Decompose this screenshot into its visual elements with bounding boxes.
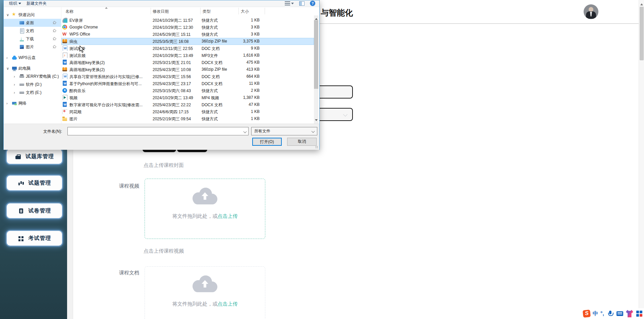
column-header-type[interactable]: 类型	[203, 9, 211, 14]
file-date: 2024/12/11/周三 22:55	[153, 46, 193, 52]
column-separator[interactable]	[200, 8, 201, 14]
file-date: 2025/3/21/周五 21:01	[153, 60, 191, 66]
file-date: 2025/4/23/周三 15:56	[153, 74, 191, 80]
column-separator[interactable]	[265, 8, 265, 14]
file-size: 9 KB	[214, 46, 260, 51]
table-row[interactable]: 视频 2024/10/29/周二 13:49 MP4 视频 1,387 KB	[61, 94, 314, 101]
column-header-name[interactable]: 名称	[65, 9, 73, 14]
tree-item-icon	[19, 44, 24, 50]
file-date: 2024/10/29/周二 13:49	[153, 53, 193, 59]
sidebar-item[interactable]: 考试管理	[7, 231, 62, 246]
tree-expander-icon[interactable]: ›	[14, 82, 19, 86]
filetype-select[interactable]: 所有文件	[251, 127, 317, 135]
tree-item[interactable]: › 文档 (E:)	[4, 88, 61, 97]
tree-item[interactable]: › WPS云盘	[4, 54, 61, 62]
microphone-icon[interactable]	[606, 310, 614, 317]
upload-link[interactable]: 点击上传	[218, 213, 238, 219]
table-row[interactable]: 同花顺 2024/6/6/周四 17:15 快捷方式 1 KB	[61, 108, 314, 115]
file-size: 3 KB	[214, 25, 260, 29]
file-size: 1 KB	[214, 109, 260, 114]
tree-item[interactable]: ∨ 此电脑	[4, 64, 61, 72]
tree-expander-icon[interactable]: ∨	[6, 66, 12, 71]
sidebar-item[interactable]: 试题管理	[7, 176, 62, 190]
tree-expander-icon[interactable]: ›	[6, 56, 12, 60]
help-icon[interactable]: ?	[310, 1, 315, 6]
table-row[interactable]: 数字家谱可视化平台设计与实现(修改需... 2025/4/23/周三 22:22…	[61, 101, 314, 108]
table-row[interactable]: 高德地图key更换(2) 2025/4/23/周三 10:08 360zip Z…	[61, 66, 314, 73]
tree-item[interactable]: › 软件 (D:)	[4, 80, 61, 88]
doc-upload-dropzone[interactable]: 将文件拖到此处，或点击上传	[145, 266, 265, 319]
file-date: 2025/4/23/周三 23:17	[153, 81, 191, 87]
scrollbar-thumb[interactable]	[314, 20, 318, 89]
table-row[interactable]: 测试音频 2024/10/29/周二 13:49 MP3文件 1,616 KB	[61, 52, 314, 59]
new-folder-button[interactable]: 新建文件夹	[26, 1, 47, 6]
open-button[interactable]: 打开(O)	[252, 138, 282, 146]
table-row[interactable]: Google Chrome 2024/10/29/周二 12:30 快捷方式 3…	[61, 24, 314, 31]
tree-item-label: 文档 (E:)	[26, 90, 42, 95]
view-menu-button[interactable]	[285, 1, 294, 6]
column-separator[interactable]	[238, 8, 239, 14]
sogou-logo-icon[interactable]	[583, 310, 591, 318]
scroll-up-icon[interactable]	[640, 2, 643, 5]
table-row[interactable]: 基于Python的郑州降雨量数据分析与可... 2025/4/23/周三 23:…	[61, 80, 314, 87]
cancel-button[interactable]: 取消	[287, 138, 317, 146]
tree-item[interactable]: ∨ 快速访问	[4, 11, 61, 19]
column-header-date[interactable]: 修改日期	[153, 9, 169, 14]
cover-upload-hint: 点击上传课程封面	[144, 162, 184, 169]
sidebar-item[interactable]: 试题库管理	[7, 149, 62, 164]
list-scrollbar[interactable]	[314, 15, 318, 124]
scroll-up-icon[interactable]	[315, 17, 318, 20]
ime-punctuation-indicator[interactable]: °,	[600, 311, 604, 317]
table-row[interactable]: 酷狗音乐 2025/3/15/周六 08:43 快捷方式 2 KB	[61, 87, 314, 94]
dialog-toolbar: 组织 新建文件夹 ?	[4, 0, 319, 7]
file-date: 2024/10/29/周二 11:57	[153, 18, 193, 23]
upload-link[interactable]: 点击上传	[218, 301, 238, 307]
avatar[interactable]	[584, 4, 598, 19]
page-scrollbar[interactable]	[639, 0, 644, 319]
table-row[interactable]: WPS Office 2024/5/29/周三 15:11 快捷方式 3 KB	[61, 31, 314, 38]
table-row[interactable]: EV录屏 2024/10/29/周二 11:57 快捷方式 1 KB	[61, 17, 314, 24]
table-row[interactable]: 高德地图key更换(2) 2025/3/21/周五 21:01 DOCX 文档 …	[61, 59, 314, 66]
scroll-down-icon[interactable]	[315, 119, 318, 122]
table-row[interactable]: 病虫 2025/3/5/周三 16:08 360zip ZIP file 3,3…	[61, 38, 314, 45]
pin-icon	[52, 28, 56, 33]
tree-item[interactable]: 下载	[4, 35, 61, 43]
toolbox-grid-icon[interactable]	[636, 310, 643, 317]
resize-grip[interactable]	[316, 146, 318, 149]
tree-item[interactable]: 桌面	[4, 19, 61, 27]
keyboard-icon[interactable]	[616, 310, 624, 317]
file-name: 高德地图key更换(2)	[69, 67, 105, 73]
file-date: 2025/3/5/周三 16:08	[153, 39, 189, 45]
skin-shirt-icon[interactable]	[626, 310, 633, 317]
tree-item[interactable]: › 网络	[4, 99, 61, 107]
tree-item[interactable]: 图片	[4, 43, 61, 51]
sidebar-item[interactable]: 试卷管理	[7, 203, 62, 218]
file-name: 图片	[69, 116, 77, 122]
file-date: 2024/6/6/周四 17:15	[153, 109, 189, 115]
table-row[interactable]: 测试附件 2024/12/11/周三 22:55 DOC 文档 9 KB	[61, 45, 314, 52]
column-header-size[interactable]: 大小	[241, 9, 249, 14]
tree-item[interactable]: 文档	[4, 27, 61, 35]
tree-expander-icon[interactable]: ∨	[6, 13, 12, 17]
tree-item[interactable]: › JERRY爱电脑 (C:)	[4, 72, 61, 80]
table-row[interactable]: 图片 2025/2/19/周三 09:54 快捷方式 1 KB	[61, 115, 314, 122]
ime-language-indicator[interactable]: 中	[593, 310, 598, 317]
tree-expander-icon[interactable]: ›	[6, 101, 12, 105]
file-name: 酷狗音乐	[69, 88, 86, 94]
sidebar-item-label: 考试管理	[29, 235, 51, 242]
file-type-icon	[62, 88, 67, 93]
navigation-tree: ∨ 快速访问 桌面 文	[4, 7, 61, 124]
tree-expander-icon[interactable]: ›	[14, 74, 19, 78]
caret-down-icon	[291, 3, 294, 6]
column-separator[interactable]	[151, 8, 151, 14]
tree-item-label: 下载	[26, 36, 34, 42]
scrollbar-thumb[interactable]	[640, 7, 644, 60]
preview-pane-icon[interactable]	[299, 1, 305, 6]
tree-expander-icon[interactable]: ›	[14, 90, 19, 94]
organize-menu-button[interactable]: 组织	[9, 1, 21, 6]
table-row[interactable]: 共享自习室管理系统的设计与实现(已修... 2025/4/23/周三 15:56…	[61, 73, 314, 80]
video-upload-dropzone[interactable]: 将文件拖到此处，或点击上传	[145, 179, 265, 239]
file-open-dialog: 组织 新建文件夹 ? ∨ 快速访问	[3, 0, 320, 150]
filename-input[interactable]	[67, 127, 249, 135]
file-size: 2 KB	[214, 88, 260, 93]
